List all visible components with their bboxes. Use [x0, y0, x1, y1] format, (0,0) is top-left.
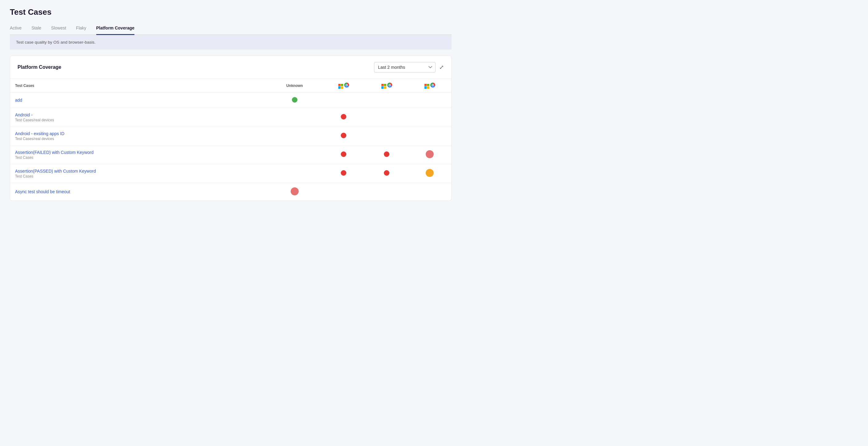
card-header-right: Last 2 months Last month Last week Last … — [374, 62, 444, 72]
col-header-win-chrome-2 — [365, 79, 408, 93]
col-header-win-chrome-3 — [408, 79, 451, 93]
tab-slowest[interactable]: Slowest — [51, 23, 66, 35]
table-row: Android - Test Cases/real devices — [10, 108, 451, 127]
tab-stale[interactable]: Stale — [31, 23, 41, 35]
col-header-test-cases: Test Cases — [10, 79, 267, 93]
dot-col2 — [365, 127, 408, 145]
test-case-name[interactable]: Async test should be timeout — [15, 189, 262, 194]
tab-active[interactable]: Active — [10, 23, 22, 35]
test-case-cell: Async test should be timeout — [10, 183, 267, 201]
tab-flaky[interactable]: Flaky — [76, 23, 86, 35]
test-case-cell: Android - Test Cases/real devices — [10, 108, 267, 127]
dot-col1 — [322, 108, 365, 127]
dot-col3 — [408, 93, 451, 108]
dot-col1 — [322, 164, 365, 183]
test-case-name[interactable]: add — [15, 98, 262, 103]
dot-col2 — [365, 108, 408, 127]
page-title: Test Cases — [10, 7, 452, 17]
dot-col1 — [322, 145, 365, 164]
windows-icon-2 — [381, 82, 386, 89]
status-dot-red — [341, 170, 346, 176]
chrome-icon-3 — [430, 82, 435, 89]
table-header-row: Test Cases Unknown — [10, 79, 451, 93]
dot-col3 — [408, 127, 451, 145]
status-dot-orange — [426, 169, 434, 177]
info-banner-text: Test case quality by OS and browser-basi… — [16, 40, 96, 44]
col-header-win-chrome-1 — [322, 79, 365, 93]
status-dot-pink-red — [291, 187, 299, 195]
dot-unknown — [267, 93, 322, 108]
chrome-icon-2 — [387, 82, 392, 89]
table-row: Assertion(FAILED) with Custom Keyword Te… — [10, 145, 451, 164]
platform-header-3 — [413, 82, 446, 89]
test-case-name[interactable]: Android - — [15, 112, 262, 117]
platform-header-2 — [370, 82, 403, 89]
dot-unknown — [267, 127, 322, 145]
status-dot-red — [384, 170, 390, 176]
card-header: Platform Coverage Last 2 months Last mon… — [10, 56, 451, 79]
windows-icon-3 — [425, 82, 429, 89]
tabs-container: Active Stale Slowest Flaky Platform Cove… — [10, 23, 452, 35]
dot-col1 — [322, 93, 365, 108]
dot-col3 — [408, 183, 451, 201]
test-case-path: Test Cases — [15, 174, 33, 178]
test-case-path: Test Cases/real devices — [15, 137, 54, 141]
dot-col2 — [365, 164, 408, 183]
info-banner: Test case quality by OS and browser-basi… — [10, 35, 452, 49]
table-row: add — [10, 93, 451, 108]
status-dot-green — [292, 97, 298, 103]
expand-icon[interactable]: ⤢ — [439, 64, 444, 71]
test-case-path: Test Cases — [15, 156, 33, 160]
test-case-name[interactable]: Android - exsiting apps ID — [15, 131, 262, 136]
platform-header-1 — [327, 82, 360, 89]
dot-unknown — [267, 164, 322, 183]
test-case-cell: add — [10, 93, 267, 108]
dot-col2 — [365, 93, 408, 108]
dot-col2 — [365, 145, 408, 164]
dot-col3 — [408, 145, 451, 164]
test-case-cell: Assertion(PASSED) with Custom Keyword Te… — [10, 164, 267, 183]
platform-coverage-table: Test Cases Unknown — [10, 79, 451, 201]
status-dot-pink-red — [426, 150, 434, 158]
table-row: Async test should be timeout — [10, 183, 451, 201]
dot-col1 — [322, 127, 365, 145]
page-container: Test Cases Active Stale Slowest Flaky Pl… — [0, 0, 461, 208]
card-title: Platform Coverage — [18, 65, 61, 70]
platform-coverage-card: Platform Coverage Last 2 months Last mon… — [10, 56, 452, 201]
status-dot-red — [384, 151, 390, 157]
test-case-path: Test Cases/real devices — [15, 118, 54, 122]
table-row: Android - exsiting apps ID Test Cases/re… — [10, 127, 451, 145]
table-row: Assertion(PASSED) with Custom Keyword Te… — [10, 164, 451, 183]
test-case-cell: Assertion(FAILED) with Custom Keyword Te… — [10, 145, 267, 164]
dot-col1 — [322, 183, 365, 201]
status-dot-red — [341, 133, 346, 138]
chrome-icon-1 — [344, 82, 349, 89]
dot-col3 — [408, 108, 451, 127]
test-case-name[interactable]: Assertion(PASSED) with Custom Keyword — [15, 169, 262, 174]
status-dot-red — [341, 151, 346, 157]
status-dot-red — [341, 114, 346, 119]
dot-unknown — [267, 108, 322, 127]
dot-col2 — [365, 183, 408, 201]
windows-icon-1 — [338, 82, 343, 89]
date-filter-select[interactable]: Last 2 months Last month Last week Last … — [374, 62, 436, 72]
test-case-cell: Android - exsiting apps ID Test Cases/re… — [10, 127, 267, 145]
dot-col3 — [408, 164, 451, 183]
col-header-unknown: Unknown — [267, 79, 322, 93]
test-case-name[interactable]: Assertion(FAILED) with Custom Keyword — [15, 150, 262, 155]
dot-unknown — [267, 145, 322, 164]
tab-platform-coverage[interactable]: Platform Coverage — [96, 23, 134, 35]
dot-unknown — [267, 183, 322, 201]
